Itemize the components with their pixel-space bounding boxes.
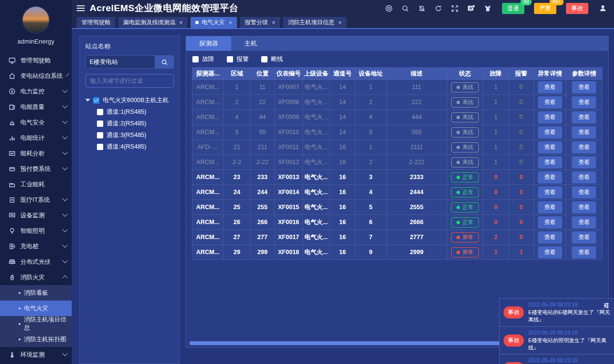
sidebar-item-electrical-fire[interactable]: •电气火灾 xyxy=(0,301,72,316)
sidebar-item-dashboard[interactable]: 管理驾驶舱 xyxy=(0,53,72,68)
close-icon[interactable]: × xyxy=(338,19,342,26)
tab-electrical-fire[interactable]: 电气火灾× xyxy=(190,17,237,28)
checkbox[interactable] xyxy=(261,56,268,62)
target-icon[interactable] xyxy=(385,4,393,13)
view-exception-button[interactable]: 查看 xyxy=(538,246,562,258)
checkbox[interactable] xyxy=(97,144,103,150)
mute-notifications-icon[interactable] xyxy=(418,4,426,13)
sidebar-item-fire-board[interactable]: •消防看板 xyxy=(0,285,72,301)
view-exception-button[interactable]: 查看 xyxy=(538,216,562,228)
close-icon[interactable]: × xyxy=(229,19,232,26)
alarm-accident-button[interactable]: 事故 xyxy=(566,3,588,14)
table-row[interactable]: ARCM... 2-2 2-22 XF0012 电气火... 16 2 2-22… xyxy=(192,155,602,170)
view-params-button[interactable]: 查看 xyxy=(572,126,596,138)
view-exception-button[interactable]: 查看 xyxy=(538,111,562,123)
view-exception-button[interactable]: 查看 xyxy=(538,171,562,183)
checkbox[interactable] xyxy=(97,109,103,115)
sidebar-item-pv[interactable]: 分布式光伏 xyxy=(0,254,72,270)
sidebar-item-power-stats[interactable]: 电能统计 xyxy=(0,130,72,146)
checkbox[interactable] xyxy=(227,56,233,62)
close-icon[interactable]: × xyxy=(272,19,275,26)
translate-icon[interactable]: A xyxy=(467,4,475,13)
tab-detector[interactable]: 探测器 xyxy=(186,36,231,51)
tree-node-channel-3[interactable]: 通道:3(RS485) xyxy=(85,129,174,141)
station-search-input[interactable] xyxy=(85,55,155,69)
sidebar-item-fire-safety[interactable]: 消防火灾 xyxy=(0,270,72,285)
sidebar-item-prepaid[interactable]: 预付费系统 xyxy=(0,161,72,177)
sidebar-item-industrial-energy[interactable]: 工业能耗 xyxy=(0,177,72,192)
view-params-button[interactable]: 查看 xyxy=(572,201,596,213)
table-row[interactable]: ARCM... 25 255 XF0015 电气火... 16 5 2555 正… xyxy=(192,200,602,215)
caret-down-icon[interactable] xyxy=(85,99,90,102)
station-search-button[interactable] xyxy=(155,55,174,69)
view-exception-button[interactable]: 查看 xyxy=(538,186,562,198)
sidebar-item-power-monitor[interactable]: 电力监控 xyxy=(0,84,72,99)
sidebar-item-smart-lighting[interactable]: 智能照明 xyxy=(0,223,72,239)
sidebar-item-power-quality[interactable]: 电能质量 xyxy=(0,99,72,115)
checkbox[interactable] xyxy=(192,56,199,62)
table-row[interactable]: ARCM... 2 22 XF0008 电气火... 14 2 222 离线 1… xyxy=(192,95,602,110)
table-row[interactable]: ARCM... 1 11 XF0007 电气火... 14 1 111 离线 1… xyxy=(192,80,602,95)
filter-fault[interactable]: 故障 xyxy=(192,55,214,63)
sidebar-toggle-icon[interactable] xyxy=(77,4,85,13)
close-icon[interactable]: × xyxy=(179,19,183,26)
sidebar-item-electrical-safety[interactable]: 电气安全 xyxy=(0,115,72,130)
checkbox-checked[interactable] xyxy=(93,97,99,104)
tab-leakage-monitoring[interactable]: 漏电监测及线缆测温× xyxy=(118,17,188,28)
sidebar-item-energy-analysis[interactable]: 能耗分析 xyxy=(0,146,72,161)
view-exception-button[interactable]: 查看 xyxy=(538,81,562,93)
theme-icon[interactable] xyxy=(484,4,492,13)
tree-node-channel-2[interactable]: 通道:2(RS485) xyxy=(85,118,174,129)
view-exception-button[interactable]: 查看 xyxy=(538,231,562,243)
filter-offline[interactable]: 断线 xyxy=(261,55,283,63)
view-exception-button[interactable]: 查看 xyxy=(538,126,562,138)
fullscreen-icon[interactable] xyxy=(451,4,459,13)
filter-icon[interactable] xyxy=(603,302,610,309)
sidebar-item-substation[interactable]: 变电站综自系统 xyxy=(0,68,72,84)
view-params-button[interactable]: 查看 xyxy=(572,231,596,243)
view-params-button[interactable]: 查看 xyxy=(572,171,596,183)
view-params-button[interactable]: 查看 xyxy=(572,246,596,258)
view-exception-button[interactable]: 查看 xyxy=(538,141,562,153)
tab-alarm-grading[interactable]: 报警分级× xyxy=(240,17,280,28)
view-params-button[interactable]: 查看 xyxy=(572,141,596,153)
table-row[interactable]: ARCM... 4 44 XF0009 电气火... 14 4 444 离线 1… xyxy=(192,110,602,125)
table-row[interactable]: ARCM... 23 233 XF0013 电气火... 16 3 2333 正… xyxy=(192,170,602,185)
view-params-button[interactable]: 查看 xyxy=(572,186,596,198)
view-exception-button[interactable]: 查看 xyxy=(538,156,562,168)
refresh-icon[interactable] xyxy=(434,4,442,13)
tab-management-cockpit[interactable]: 管理驾驶舱 xyxy=(77,17,115,28)
tree-filter-input[interactable] xyxy=(85,74,174,88)
tree-node-channel-4[interactable]: 通道:4(RS485) xyxy=(85,141,174,152)
view-exception-button[interactable]: 查看 xyxy=(538,201,562,213)
sidebar-item-device-monitor[interactable]: 设备监测 xyxy=(0,208,72,223)
view-params-button[interactable]: 查看 xyxy=(572,111,596,123)
view-params-button[interactable]: 查看 xyxy=(572,216,596,228)
tree-node-host[interactable]: 电气火灾6000B主机主机 xyxy=(85,94,174,106)
user-icon[interactable] xyxy=(598,4,607,13)
sidebar-item-fire-host-info[interactable]: •消防主机项目信息 xyxy=(0,316,72,332)
tree-node-channel-1[interactable]: 通道:1(RS485) xyxy=(85,106,174,118)
sidebar-item-ev-charger[interactable]: 充电桩 xyxy=(0,239,72,254)
view-params-button[interactable]: 查看 xyxy=(572,96,596,108)
search-icon[interactable] xyxy=(401,4,409,13)
table-row[interactable]: ARCM... 29 299 XF0018 电气火... 16 9 2999 异… xyxy=(192,245,602,260)
view-params-button[interactable]: 查看 xyxy=(572,81,596,93)
view-exception-button[interactable]: 查看 xyxy=(538,96,562,108)
alarm-severe-button[interactable]: 严重 99+ xyxy=(534,3,556,14)
table-row[interactable]: ARCM... 27 277 XF0017 电气火... 16 7 2777 异… xyxy=(192,230,602,245)
checkbox[interactable] xyxy=(97,132,103,138)
table-row[interactable]: AFD- ... 21 211 XF0011 电气火... 16 1 2111 … xyxy=(192,140,602,155)
sidebar-item-environment[interactable]: 环境监测 xyxy=(0,347,72,363)
alarm-normal-button[interactable]: 普通 99 xyxy=(502,3,524,14)
filter-alarm[interactable]: 报警 xyxy=(227,55,249,63)
sidebar-item-medical-it[interactable]: 医疗IT系统 xyxy=(0,192,72,208)
sidebar-item-fire-host-topology[interactable]: •消防主机拓扑图 xyxy=(0,332,72,347)
checkbox[interactable] xyxy=(97,121,103,127)
tab-host[interactable]: 主机 xyxy=(231,36,270,51)
view-params-button[interactable]: 查看 xyxy=(572,156,596,168)
tab-fire-host-info[interactable]: 消防主机项目信息× xyxy=(283,17,346,28)
table-row[interactable]: ARCM... 5 55 XF0010 电气火... 14 5 555 离线 1… xyxy=(192,125,602,140)
table-row[interactable]: ARCM... 26 266 XF0016 电气火... 16 6 2666 正… xyxy=(192,215,602,230)
table-row[interactable]: ARCM... 24 244 XF0014 电气火... 16 4 2444 正… xyxy=(192,185,602,200)
